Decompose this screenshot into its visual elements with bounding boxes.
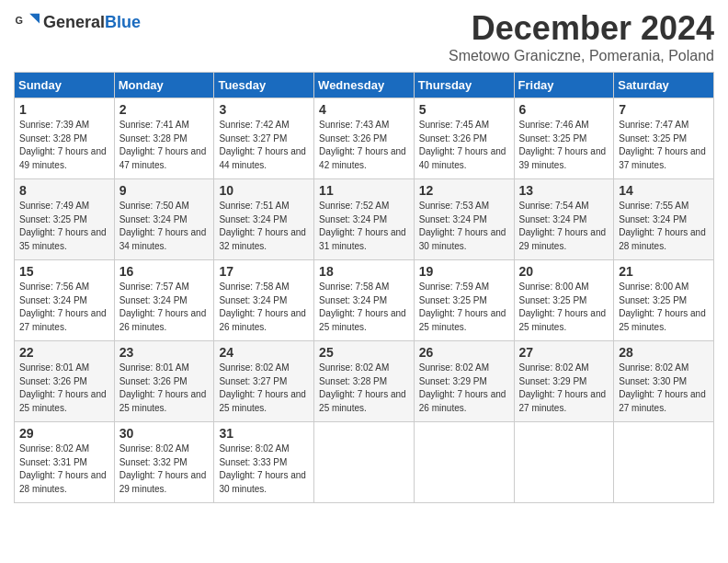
calendar-day-cell: 16 Sunrise: 7:57 AM Sunset: 3:24 PM Dayl… xyxy=(114,260,214,341)
logo-blue-text: Blue xyxy=(105,13,141,31)
calendar-day-cell: 15 Sunrise: 7:56 AM Sunset: 3:24 PM Dayl… xyxy=(15,260,115,341)
day-number: 2 xyxy=(119,102,210,117)
day-info: Sunrise: 7:58 AM Sunset: 3:24 PM Dayligh… xyxy=(219,281,309,334)
day-number: 29 xyxy=(19,426,109,441)
calendar-day-cell: 9 Sunrise: 7:50 AM Sunset: 3:24 PM Dayli… xyxy=(114,179,214,260)
day-number: 15 xyxy=(19,264,109,279)
day-info: Sunrise: 7:59 AM Sunset: 3:25 PM Dayligh… xyxy=(419,281,509,334)
calendar-day-cell: 27 Sunrise: 8:02 AM Sunset: 3:29 PM Dayl… xyxy=(514,341,614,422)
calendar-day-cell xyxy=(514,422,614,503)
weekday-header-tuesday: Tuesday xyxy=(214,73,314,98)
calendar-day-cell: 6 Sunrise: 7:46 AM Sunset: 3:25 PM Dayli… xyxy=(514,98,614,179)
calendar-day-cell: 25 Sunrise: 8:02 AM Sunset: 3:28 PM Dayl… xyxy=(314,341,415,422)
day-info: Sunrise: 7:54 AM Sunset: 3:24 PM Dayligh… xyxy=(519,200,609,253)
calendar-day-cell: 3 Sunrise: 7:42 AM Sunset: 3:27 PM Dayli… xyxy=(214,98,314,179)
svg-text:G: G xyxy=(16,15,23,26)
calendar-day-cell xyxy=(614,422,714,503)
day-info: Sunrise: 7:49 AM Sunset: 3:25 PM Dayligh… xyxy=(19,200,109,253)
day-number: 13 xyxy=(519,183,609,198)
calendar-day-cell: 4 Sunrise: 7:43 AM Sunset: 3:26 PM Dayli… xyxy=(314,98,415,179)
day-number: 21 xyxy=(619,264,709,279)
day-number: 18 xyxy=(319,264,409,279)
day-info: Sunrise: 7:57 AM Sunset: 3:24 PM Dayligh… xyxy=(119,281,210,334)
calendar-day-cell: 28 Sunrise: 8:02 AM Sunset: 3:30 PM Dayl… xyxy=(614,341,714,422)
logo-icon: G xyxy=(14,9,40,35)
day-info: Sunrise: 8:00 AM Sunset: 3:25 PM Dayligh… xyxy=(519,281,609,334)
calendar-day-cell: 23 Sunrise: 8:01 AM Sunset: 3:26 PM Dayl… xyxy=(114,341,214,422)
day-number: 10 xyxy=(219,183,309,198)
weekday-header-monday: Monday xyxy=(114,73,214,98)
calendar-day-cell: 17 Sunrise: 7:58 AM Sunset: 3:24 PM Dayl… xyxy=(214,260,314,341)
calendar-day-cell: 2 Sunrise: 7:41 AM Sunset: 3:28 PM Dayli… xyxy=(114,98,214,179)
day-info: Sunrise: 8:02 AM Sunset: 3:30 PM Dayligh… xyxy=(619,362,709,415)
calendar-day-cell: 12 Sunrise: 7:53 AM Sunset: 3:24 PM Dayl… xyxy=(414,179,514,260)
title-area: December 2024 Smetowo Graniczne, Pomeran… xyxy=(449,9,714,64)
day-number: 5 xyxy=(419,102,509,117)
day-info: Sunrise: 8:02 AM Sunset: 3:32 PM Dayligh… xyxy=(119,442,210,496)
day-number: 24 xyxy=(219,345,309,360)
day-number: 30 xyxy=(119,426,210,441)
day-number: 25 xyxy=(319,345,409,360)
page-header: G GeneralBlue December 2024 Smetowo Gran… xyxy=(14,9,714,64)
day-number: 23 xyxy=(119,345,210,360)
day-number: 31 xyxy=(219,426,309,441)
calendar-day-cell: 19 Sunrise: 7:59 AM Sunset: 3:25 PM Dayl… xyxy=(414,260,514,341)
day-number: 9 xyxy=(119,183,210,198)
day-info: Sunrise: 7:41 AM Sunset: 3:28 PM Dayligh… xyxy=(119,119,210,172)
day-info: Sunrise: 7:43 AM Sunset: 3:26 PM Dayligh… xyxy=(319,119,409,172)
day-info: Sunrise: 8:01 AM Sunset: 3:26 PM Dayligh… xyxy=(119,362,210,415)
calendar-day-cell: 13 Sunrise: 7:54 AM Sunset: 3:24 PM Dayl… xyxy=(514,179,614,260)
day-number: 16 xyxy=(119,264,210,279)
day-info: Sunrise: 7:42 AM Sunset: 3:27 PM Dayligh… xyxy=(219,119,309,172)
day-info: Sunrise: 7:58 AM Sunset: 3:24 PM Dayligh… xyxy=(319,281,409,334)
svg-marker-1 xyxy=(29,14,40,24)
day-info: Sunrise: 7:52 AM Sunset: 3:24 PM Dayligh… xyxy=(319,200,409,253)
calendar-day-cell: 14 Sunrise: 7:55 AM Sunset: 3:24 PM Dayl… xyxy=(614,179,714,260)
weekday-header-wednesday: Wednesday xyxy=(314,73,415,98)
day-number: 7 xyxy=(619,102,709,117)
calendar-week-row: 22 Sunrise: 8:01 AM Sunset: 3:26 PM Dayl… xyxy=(15,341,714,422)
day-info: Sunrise: 7:47 AM Sunset: 3:25 PM Dayligh… xyxy=(619,119,709,172)
calendar-week-row: 29 Sunrise: 8:02 AM Sunset: 3:31 PM Dayl… xyxy=(15,422,714,503)
calendar-day-cell: 22 Sunrise: 8:01 AM Sunset: 3:26 PM Dayl… xyxy=(15,341,115,422)
day-info: Sunrise: 7:55 AM Sunset: 3:24 PM Dayligh… xyxy=(619,200,709,253)
day-info: Sunrise: 7:45 AM Sunset: 3:26 PM Dayligh… xyxy=(419,119,509,172)
day-number: 1 xyxy=(19,102,109,117)
day-info: Sunrise: 7:46 AM Sunset: 3:25 PM Dayligh… xyxy=(519,119,609,172)
day-info: Sunrise: 8:02 AM Sunset: 3:28 PM Dayligh… xyxy=(319,362,409,415)
calendar-day-cell: 20 Sunrise: 8:00 AM Sunset: 3:25 PM Dayl… xyxy=(514,260,614,341)
day-info: Sunrise: 8:02 AM Sunset: 3:31 PM Dayligh… xyxy=(19,442,109,496)
day-info: Sunrise: 7:56 AM Sunset: 3:24 PM Dayligh… xyxy=(19,281,109,334)
day-number: 28 xyxy=(619,345,709,360)
calendar-day-cell: 8 Sunrise: 7:49 AM Sunset: 3:25 PM Dayli… xyxy=(15,179,115,260)
day-number: 26 xyxy=(419,345,509,360)
calendar-day-cell: 10 Sunrise: 7:51 AM Sunset: 3:24 PM Dayl… xyxy=(214,179,314,260)
calendar-day-cell: 5 Sunrise: 7:45 AM Sunset: 3:26 PM Dayli… xyxy=(414,98,514,179)
day-number: 14 xyxy=(619,183,709,198)
day-number: 4 xyxy=(319,102,409,117)
calendar-day-cell: 29 Sunrise: 8:02 AM Sunset: 3:31 PM Dayl… xyxy=(15,422,115,503)
calendar-day-cell: 11 Sunrise: 7:52 AM Sunset: 3:24 PM Dayl… xyxy=(314,179,415,260)
day-info: Sunrise: 8:02 AM Sunset: 3:33 PM Dayligh… xyxy=(219,442,309,496)
day-number: 27 xyxy=(519,345,609,360)
calendar-week-row: 8 Sunrise: 7:49 AM Sunset: 3:25 PM Dayli… xyxy=(15,179,714,260)
weekday-header-saturday: Saturday xyxy=(614,73,714,98)
day-info: Sunrise: 7:53 AM Sunset: 3:24 PM Dayligh… xyxy=(419,200,509,253)
day-number: 20 xyxy=(519,264,609,279)
month-year-title: December 2024 xyxy=(449,9,714,48)
calendar-day-cell: 26 Sunrise: 8:02 AM Sunset: 3:29 PM Dayl… xyxy=(414,341,514,422)
calendar-day-cell: 1 Sunrise: 7:39 AM Sunset: 3:28 PM Dayli… xyxy=(15,98,115,179)
weekday-header-row: SundayMondayTuesdayWednesdayThursdayFrid… xyxy=(15,73,714,98)
location-subtitle: Smetowo Graniczne, Pomerania, Poland xyxy=(449,48,714,64)
day-number: 19 xyxy=(419,264,509,279)
day-info: Sunrise: 8:02 AM Sunset: 3:29 PM Dayligh… xyxy=(519,362,609,415)
day-number: 17 xyxy=(219,264,309,279)
calendar-day-cell: 24 Sunrise: 8:02 AM Sunset: 3:27 PM Dayl… xyxy=(214,341,314,422)
day-info: Sunrise: 8:01 AM Sunset: 3:26 PM Dayligh… xyxy=(19,362,109,415)
calendar-day-cell xyxy=(314,422,415,503)
calendar-day-cell: 31 Sunrise: 8:02 AM Sunset: 3:33 PM Dayl… xyxy=(214,422,314,503)
calendar-week-row: 15 Sunrise: 7:56 AM Sunset: 3:24 PM Dayl… xyxy=(15,260,714,341)
calendar-table: SundayMondayTuesdayWednesdayThursdayFrid… xyxy=(14,72,714,503)
day-number: 22 xyxy=(19,345,109,360)
day-info: Sunrise: 8:02 AM Sunset: 3:29 PM Dayligh… xyxy=(419,362,509,415)
